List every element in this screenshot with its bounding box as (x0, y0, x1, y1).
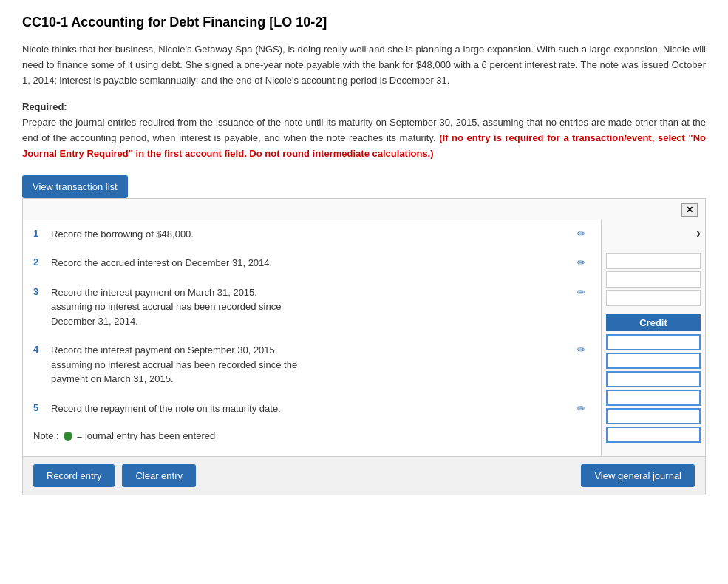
credit-section: Credit (602, 311, 705, 448)
edit-icon-1[interactable]: ✏ (577, 227, 591, 240)
bottom-buttons: Record entry Clear entry View general jo… (23, 456, 705, 495)
credit-input-3[interactable] (606, 371, 701, 387)
transaction-text-5: Record the repayment of the note on its … (51, 401, 571, 416)
transaction-item-2: 2 Record the accrued interest on Decembe… (33, 256, 591, 271)
transaction-num-3: 3 (33, 285, 45, 297)
transaction-text-1: Record the borrowing of $48,000. (51, 227, 571, 242)
edit-icon-5[interactable]: ✏ (577, 401, 591, 414)
transaction-num-1: 1 (33, 227, 45, 239)
credit-input-6[interactable] (606, 427, 701, 443)
main-layout: 1 Record the borrowing of $48,000. ✏ 2 R… (23, 220, 705, 457)
description-text: Nicole thinks that her business, Nicole'… (22, 42, 706, 88)
credit-input-5[interactable] (606, 408, 701, 424)
required-body: Prepare the journal entries required fro… (22, 115, 706, 161)
credit-input-4[interactable] (606, 390, 701, 406)
note-text: = journal entry has been entered (77, 430, 216, 441)
green-dot-icon (64, 432, 72, 441)
view-transaction-list-button[interactable]: View transaction list (22, 175, 128, 198)
clear-entry-button[interactable]: Clear entry (122, 464, 196, 487)
transaction-container: ✕ 1 Record the borrowing of $48,000. ✏ 2… (22, 198, 706, 496)
transaction-text-4: Record the interest payment on September… (51, 343, 571, 387)
spacer-box-3 (606, 290, 701, 306)
close-button[interactable]: ✕ (681, 203, 698, 217)
transaction-item-1: 1 Record the borrowing of $48,000. ✏ (33, 227, 591, 242)
page-title: CC10-1 Accounting for Debt Financing [LO… (22, 15, 706, 30)
header-row: ✕ (23, 199, 705, 220)
spacer-box-2 (606, 271, 701, 288)
transaction-text-3: Record the interest payment on March 31,… (51, 285, 571, 329)
required-section: Required: Prepare the journal entries re… (22, 101, 706, 161)
note-row: Note : = journal entry has been entered (33, 430, 591, 441)
chevron-area: › (602, 220, 705, 247)
edit-icon-3[interactable]: ✏ (577, 285, 591, 298)
credit-header: Credit (606, 314, 701, 331)
left-panel: 1 Record the borrowing of $48,000. ✏ 2 R… (23, 220, 602, 457)
transaction-num-2: 2 (33, 256, 45, 268)
transaction-item-3: 3 Record the interest payment on March 3… (33, 285, 591, 329)
spacer-box-1 (606, 253, 701, 269)
right-panel: › Credit (602, 220, 705, 457)
transaction-item-5: 5 Record the repayment of the note on it… (33, 401, 591, 416)
note-prefix: Note : (33, 430, 59, 441)
edit-icon-4[interactable]: ✏ (577, 343, 591, 356)
close-icon: ✕ (686, 205, 693, 215)
transaction-num-5: 5 (33, 401, 45, 413)
credit-input-2[interactable] (606, 353, 701, 369)
edit-icon-2[interactable]: ✏ (577, 256, 591, 268)
chevron-next-button[interactable]: › (696, 225, 701, 241)
required-label: Required: (22, 101, 706, 112)
transaction-num-4: 4 (33, 343, 45, 355)
transaction-item-4: 4 Record the interest payment on Septemb… (33, 343, 591, 387)
credit-input-1[interactable] (606, 334, 701, 350)
record-entry-button[interactable]: Record entry (33, 464, 115, 487)
transaction-text-2: Record the accrued interest on December … (51, 256, 571, 271)
top-boxes (602, 247, 705, 311)
view-general-journal-button[interactable]: View general journal (581, 464, 695, 487)
button-spacer (203, 464, 574, 487)
